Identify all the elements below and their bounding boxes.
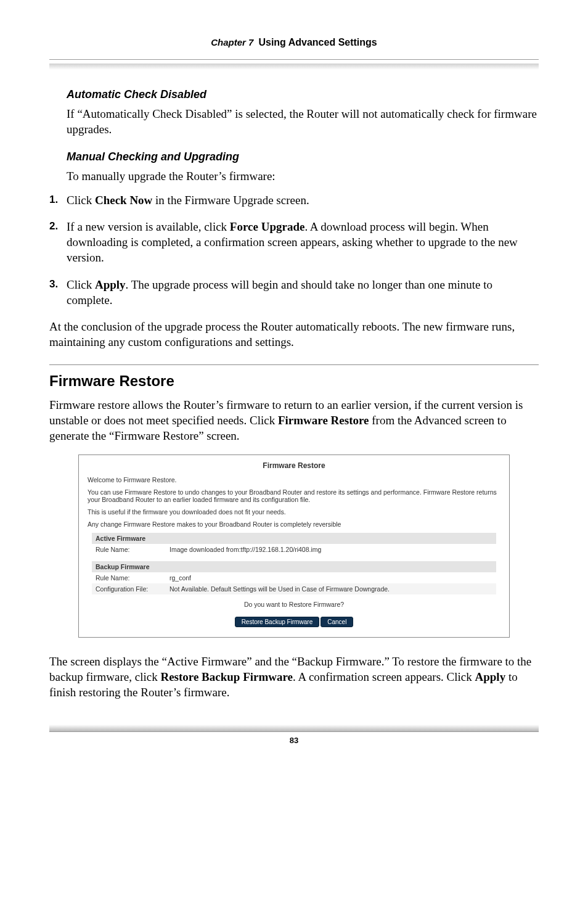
- footer-divider: [49, 725, 539, 732]
- cancel-button[interactable]: Cancel: [321, 617, 353, 627]
- section-divider: [49, 364, 539, 365]
- chapter-label: Chapter 7: [211, 37, 253, 47]
- page-number: 83: [49, 732, 539, 745]
- confirm-question: Do you want to Restore Firmware?: [88, 601, 500, 608]
- heading-auto-check: Automatic Check Disabled: [67, 88, 539, 101]
- config-file-value: Not Available. Default Settings will be …: [166, 583, 496, 594]
- firmware-restore-dialog: Firmware Restore Welcome to Firmware Res…: [78, 454, 510, 638]
- para-conclusion: At the conclusion of the upgrade process…: [49, 319, 539, 350]
- page-header: Chapter 7 Using Advanced Settings: [49, 37, 539, 60]
- step-1: Click Check Now in the Firmware Upgrade …: [49, 192, 539, 208]
- active-firmware-header: Active Firmware: [92, 533, 496, 544]
- heading-firmware-restore: Firmware Restore: [49, 372, 539, 390]
- dialog-description: You can use Firmware Restore to undo cha…: [88, 488, 500, 503]
- heading-manual-upgrade: Manual Checking and Upgrading: [67, 150, 539, 163]
- config-file-label: Configuration File:: [92, 583, 166, 594]
- restore-backup-button[interactable]: Restore Backup Firmware: [235, 617, 320, 627]
- rule-name-label: Rule Name:: [92, 544, 166, 555]
- page-footer: 83: [49, 725, 539, 745]
- step-2: If a new version is available, click For…: [49, 219, 539, 265]
- para-restore-intro: Firmware restore allows the Router’s fir…: [49, 397, 539, 443]
- active-rule-value: Image downloaded from:tftp://192.168.1.2…: [166, 544, 496, 555]
- chapter-title: Using Advanced Settings: [258, 37, 377, 47]
- backup-firmware-table: Backup Firmware Rule Name:rg_conf Config…: [92, 561, 496, 594]
- dialog-welcome: Welcome to Firmware Restore.: [88, 476, 500, 483]
- para-restore-outro: The screen displays the “Active Firmware…: [49, 654, 539, 700]
- backup-firmware-header: Backup Firmware: [92, 561, 496, 572]
- backup-rule-value: rg_conf: [166, 572, 496, 583]
- header-divider: [49, 64, 539, 70]
- dialog-title: Firmware Restore: [88, 461, 500, 470]
- active-firmware-table: Active Firmware Rule Name:Image download…: [92, 533, 496, 555]
- para-manual-intro: To manually upgrade the Router’s firmwar…: [67, 168, 539, 184]
- steps-list: Click Check Now in the Firmware Upgrade …: [49, 192, 539, 307]
- step-3: Click Apply. The upgrade process will be…: [49, 277, 539, 308]
- dialog-useful: This is useful if the firmware you downl…: [88, 508, 500, 516]
- rule-name-label: Rule Name:: [92, 572, 166, 583]
- para-auto-check: If “Automatically Check Disabled” is sel…: [67, 106, 539, 137]
- dialog-reversible: Any change Firmware Restore makes to you…: [88, 520, 500, 528]
